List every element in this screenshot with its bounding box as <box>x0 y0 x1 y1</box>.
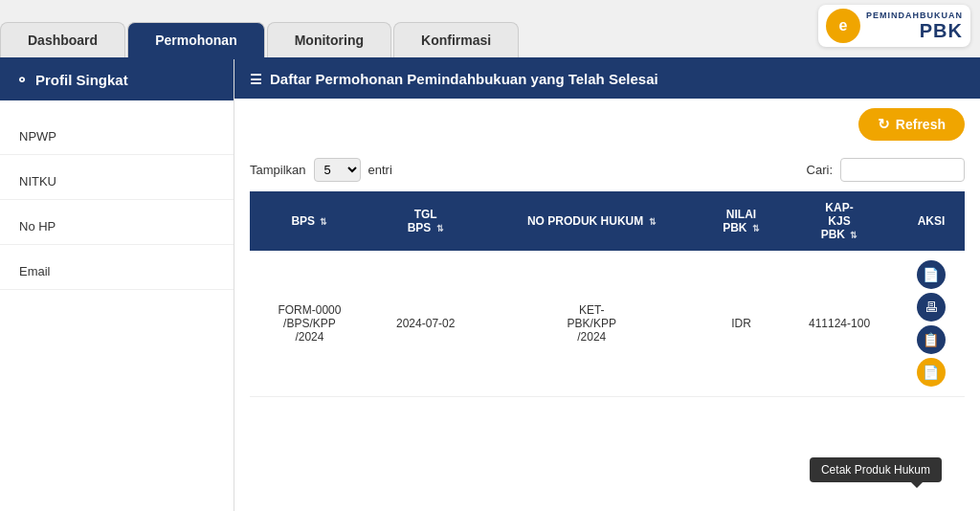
content-area: ☰ Daftar Permohonan Pemindahbukuan yang … <box>234 59 980 511</box>
controls-row: Tampilkan 5 10 25 50 entri Cari: <box>250 158 965 182</box>
refresh-icon: ↻ <box>878 116 890 133</box>
sort-icon-bps: ⇅ <box>320 217 327 227</box>
email-label: Email <box>19 264 51 278</box>
col-bps: BPS ⇅ <box>250 191 369 251</box>
cell-tgl-bps: 2024-07-02 <box>369 251 482 397</box>
top-navigation: Dashboard Permohonan Monitoring Konfirma… <box>0 0 980 57</box>
sort-icon-nilai: ⇅ <box>752 224 760 233</box>
sidebar-content: NPWP NITKU No HP Email <box>0 100 234 300</box>
cari-label: Cari: <box>807 163 833 177</box>
action-buttons: 📄 🖶 📋 📄 <box>905 260 957 387</box>
cell-no-produk: KET- PBK/KPP /2024 <box>482 251 702 397</box>
col-tgl-bps: TGLBPS ⇅ <box>369 191 482 251</box>
refresh-label: Refresh <box>896 117 946 132</box>
npwp-label: NPWP <box>19 129 56 144</box>
logo-area: e PEMINDAHBUKUAN PBK <box>818 5 970 47</box>
sidebar-field-npwp: NPWP <box>0 110 234 155</box>
refresh-button[interactable]: ↻ Refresh <box>858 108 965 141</box>
sort-icon-kap: ⇅ <box>850 231 858 240</box>
content-title: Daftar Permohonan Pemindahbukuan yang Te… <box>270 71 658 87</box>
logo-subtitle: PEMINDAHBUKUAN <box>866 11 963 20</box>
main-container: ⚬ Profil Singkat NPWP NITKU No HP Email … <box>0 57 980 511</box>
col-aksi: AKSI <box>898 191 965 251</box>
tab-monitoring[interactable]: Monitoring <box>267 22 391 57</box>
sidebar: ⚬ Profil Singkat NPWP NITKU No HP Email <box>0 59 234 511</box>
table-header-row: BPS ⇅ TGLBPS ⇅ NO PRODUK HUKUM ⇅ NILAI <box>250 191 965 251</box>
tab-permohonan[interactable]: Permohonan <box>127 22 265 57</box>
sidebar-field-nohp: No HP <box>0 200 234 245</box>
tab-dashboard[interactable]: Dashboard <box>0 22 125 57</box>
copy-button[interactable]: 📋 <box>917 325 946 354</box>
cell-aksi: 📄 🖶 📋 📄 <box>898 251 965 397</box>
col-kap-kjs-pbk: KAP-KJSPBK ⇅ <box>781 191 898 251</box>
data-table: BPS ⇅ TGLBPS ⇅ NO PRODUK HUKUM ⇅ NILAI <box>250 191 965 397</box>
table-row: FORM-0000 /BPS/KPP /2024 2024-07-02 KET-… <box>250 251 965 397</box>
cell-kap-kjs: 411124-100 <box>781 251 898 397</box>
nitku-label: NITKU <box>19 174 56 189</box>
content-body: ↻ Refresh Tampilkan 5 10 25 50 entri Car… <box>234 99 980 407</box>
sidebar-title: Profil Singkat <box>35 72 128 88</box>
document-button[interactable]: 📄 <box>917 358 946 387</box>
col-nilai-pbk: NILAIPBK ⇅ <box>702 191 781 251</box>
list-icon: ☰ <box>250 72 262 87</box>
search-input[interactable] <box>840 158 965 182</box>
tab-konfirmasi[interactable]: Konfirmasi <box>393 22 519 57</box>
col-no-produk-hukum: NO PRODUK HUKUM ⇅ <box>482 191 702 251</box>
sidebar-field-email: Email <box>0 245 234 290</box>
tooltip-cetak-produk-hukum: Cetak Produk Hukum <box>810 457 942 482</box>
logo-text-group: PEMINDAHBUKUAN PBK <box>866 11 963 42</box>
logo-text: PBK <box>920 20 963 42</box>
logo-icon: e <box>826 9 860 43</box>
user-icon: ⚬ <box>15 71 28 89</box>
print-button[interactable]: 🖶 <box>917 293 946 322</box>
nohp-label: No HP <box>19 219 56 233</box>
entri-label: entri <box>368 163 392 177</box>
entries-select[interactable]: 5 10 25 50 <box>314 158 361 182</box>
sidebar-field-nitku: NITKU <box>0 155 234 200</box>
cell-bps: FORM-0000 /BPS/KPP /2024 <box>250 251 369 397</box>
cell-nilai-pbk: IDR <box>702 251 781 397</box>
sidebar-header: ⚬ Profil Singkat <box>0 59 234 100</box>
tampilkan-label: Tampilkan <box>250 163 306 177</box>
sort-icon-tgl: ⇅ <box>436 224 444 233</box>
sort-icon-produk: ⇅ <box>649 217 657 227</box>
content-header: ☰ Daftar Permohonan Pemindahbukuan yang … <box>234 59 980 99</box>
view-button[interactable]: 📄 <box>917 260 946 289</box>
